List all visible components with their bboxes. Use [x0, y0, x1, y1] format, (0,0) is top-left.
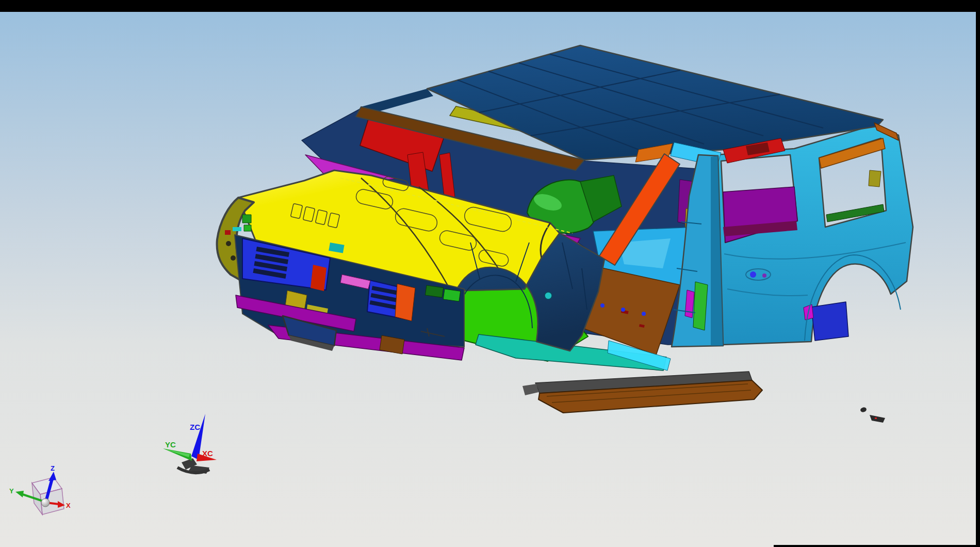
- lip-hole-1: [226, 241, 231, 246]
- quarter-window-bracket-olive[interactable]: [869, 170, 881, 187]
- view-z-label: Z: [51, 464, 55, 472]
- front-green-2: [443, 289, 460, 301]
- front-green-1: [425, 285, 443, 297]
- frame-bar-right: [976, 0, 980, 547]
- view-y-label: Y: [9, 487, 14, 495]
- view-origin-sphere[interactable]: [41, 498, 50, 507]
- headlamp-teal: [233, 227, 241, 231]
- debris-speck-red: [875, 417, 877, 419]
- frame-bar-top: [0, 0, 980, 12]
- headlamp-green-2: [244, 225, 251, 231]
- front-red-bit[interactable]: [311, 265, 326, 291]
- door-handle-dot-blue: [750, 271, 756, 278]
- cad-application-window: ZC YC XC Z Y X: [0, 0, 980, 547]
- wcs-y-label: YC: [165, 440, 176, 449]
- wcs-z-label: ZC: [190, 423, 200, 431]
- wcs-x-label: XC: [202, 449, 213, 458]
- lip-marker-red: [225, 230, 231, 235]
- body-dot-3: [642, 312, 646, 316]
- lip-hole-2: [231, 255, 236, 261]
- frame-bar-bottom: [774, 545, 976, 547]
- body-dot-2: [621, 308, 625, 312]
- view-x-label: X: [66, 502, 71, 509]
- graphics-viewport[interactable]: ZC YC XC Z Y X: [0, 0, 980, 547]
- front-orange-vertical[interactable]: [395, 284, 415, 321]
- headlamp-green-1: [242, 215, 251, 223]
- door-handle-dot-purple: [762, 274, 766, 278]
- wheelhouse-box-blue[interactable]: [811, 302, 848, 341]
- fender-hole-teal: [545, 292, 552, 299]
- body-dot-1: [600, 303, 605, 308]
